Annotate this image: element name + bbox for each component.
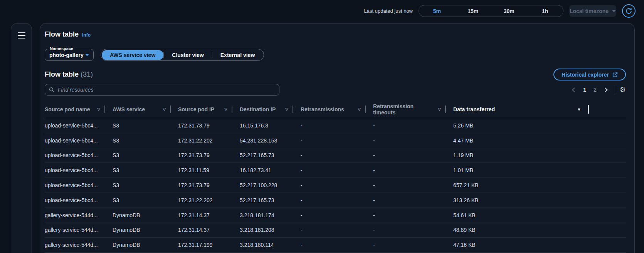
cell-destination-ip: 52.217.165.73 [240,193,301,208]
view-tab-aws-service-view[interactable]: AWS service view [102,50,163,60]
cell-retransmission-timeouts: - [373,118,453,133]
table-header: Source pod name▽AWS service▽Source pod I… [45,101,626,118]
cell-source-pod-name: upload-service-5bc4... [45,133,113,148]
refresh-button[interactable] [622,4,636,18]
column-header-retransmissions[interactable]: Retransmissions▽ [301,101,373,118]
column-header-destination-ip[interactable]: Destination IP▽ [240,101,301,118]
table-row: upload-service-5bc4...S3172.31.11.5916.1… [45,163,626,178]
filter-caret-icon[interactable]: ▽ [97,107,100,111]
cell-source-pod-ip: 172.31.11.59 [178,163,240,178]
last-updated-text: Last updated just now [364,8,413,14]
column-header-data-transferred[interactable]: Data transferred▼ [453,101,589,118]
cell-retransmission-timeouts: - [373,148,453,163]
cell-source-pod-name: gallery-service-544d... [45,208,113,223]
section-title: Flow table (31) [45,70,93,79]
cell-retransmission-timeouts: - [373,208,453,223]
column-header-source-pod-ip[interactable]: Source pod IP▽ [178,101,240,118]
flow-table-panel: Flow table Info Namespace photo-gallery … [40,23,635,253]
table-body: upload-service-5bc4...S3172.31.73.7916.1… [45,118,626,253]
filter-caret-icon[interactable]: ▽ [358,107,361,111]
view-tab-cluster-view[interactable]: Cluster view [164,50,212,60]
next-page-button[interactable] [602,87,609,93]
table-row: upload-service-5bc4...S3172.31.73.7952.2… [45,148,626,163]
cell-data-transferred: 1.19 MB [453,148,589,163]
cell-retransmission-timeouts: - [373,133,453,148]
search-input[interactable] [58,87,275,93]
column-label: Destination IP [240,106,276,112]
page-title: Flow table [45,30,79,39]
time-range-5m[interactable]: 5m [419,5,455,17]
page-button-2[interactable]: 2 [592,86,599,94]
cell-retransmissions: - [301,238,373,252]
cell-retransmission-timeouts: - [373,223,453,238]
filter-caret-icon[interactable]: ▽ [438,107,441,111]
cell-destination-ip: 3.218.181.208 [240,223,301,238]
filter-caret-icon[interactable]: ▽ [224,107,227,111]
cell-filler [589,223,626,238]
table-row: gallery-service-544d...DynamoDB172.31.14… [45,223,626,238]
cell-filler [589,133,626,148]
cell-destination-ip: 16.15.176.3 [240,118,301,133]
cell-aws-service: S3 [113,133,178,148]
cell-retransmissions: - [301,133,373,148]
cell-data-transferred: 4.47 MB [453,133,589,148]
column-label: Retransmission timeouts [373,103,436,116]
cell-source-pod-name: upload-service-5bc4... [45,178,113,193]
chevron-right-icon [603,87,608,92]
cell-retransmission-timeouts: - [373,193,453,208]
cell-destination-ip: 52.217.165.73 [240,148,301,163]
time-range-control[interactable]: 5m15m30m1h [419,5,563,17]
column-header-aws-service[interactable]: AWS service▽ [113,101,178,118]
table-row: upload-service-5bc4...S3172.31.22.20252.… [45,193,626,208]
time-range-1h[interactable]: 1h [527,5,563,17]
namespace-select[interactable]: Namespace photo-gallery [45,49,94,61]
gear-icon: ⚙ [620,86,626,94]
previous-page-button[interactable] [571,87,578,93]
cell-source-pod-ip: 172.31.14.37 [178,208,240,223]
cell-filler [589,193,626,208]
filter-caret-icon[interactable]: ▽ [285,107,288,111]
cell-retransmissions: - [301,178,373,193]
timezone-select[interactable]: Local timezone [569,5,616,17]
info-link[interactable]: Info [82,32,91,38]
page-button-1[interactable]: 1 [581,86,588,94]
cell-filler [589,163,626,178]
cell-source-pod-ip: 172.31.73.79 [178,118,240,133]
cell-aws-service: DynamoDB [113,208,178,223]
table-settings-button[interactable]: ⚙ [620,86,626,93]
search-icon [49,87,55,93]
cell-source-pod-name: gallery-service-544d... [45,223,113,238]
historical-explorer-button[interactable]: Historical explorer [553,69,626,80]
cell-retransmissions: - [301,208,373,223]
view-tab-external-view[interactable]: External view [212,50,263,60]
column-label: Source pod IP [178,106,214,112]
cell-aws-service: S3 [113,148,178,163]
sort-descending-icon[interactable]: ▼ [577,107,581,112]
cell-data-transferred: 47.16 KB [453,238,589,252]
cell-aws-service: DynamoDB [113,238,178,252]
menu-toggle-button[interactable] [17,32,26,39]
cell-filler [589,178,626,193]
table-row: upload-service-5bc4...S3172.31.22.20254.… [45,133,626,148]
cell-destination-ip: 54.231.228.153 [240,133,301,148]
pagination: 1 2 ⚙ [571,85,626,95]
time-range-30m[interactable]: 30m [491,5,527,17]
cell-data-transferred: 5.26 MB [453,118,589,133]
table-row: gallery-service-544d...DynamoDB172.31.14… [45,208,626,223]
cell-retransmissions: - [301,118,373,133]
cell-source-pod-name: upload-service-5bc4... [45,193,113,208]
resource-count: (31) [81,70,93,78]
filter-caret-icon[interactable]: ▽ [163,107,166,111]
topbar: Last updated just now 5m15m30m1h Local t… [0,0,644,22]
time-range-15m[interactable]: 15m [455,5,491,17]
column-label: AWS service [113,106,145,112]
cell-retransmissions: - [301,223,373,238]
cell-data-transferred: 1.01 MB [453,163,589,178]
cell-retransmissions: - [301,163,373,178]
column-header-source-pod-name[interactable]: Source pod name▽ [45,101,113,118]
refresh-icon [625,7,632,15]
column-label: Data transferred [453,106,495,112]
column-header-retransmission-timeouts[interactable]: Retransmission timeouts▽ [373,101,453,118]
timezone-label: Local timezone [570,8,609,14]
cell-aws-service: S3 [113,178,178,193]
